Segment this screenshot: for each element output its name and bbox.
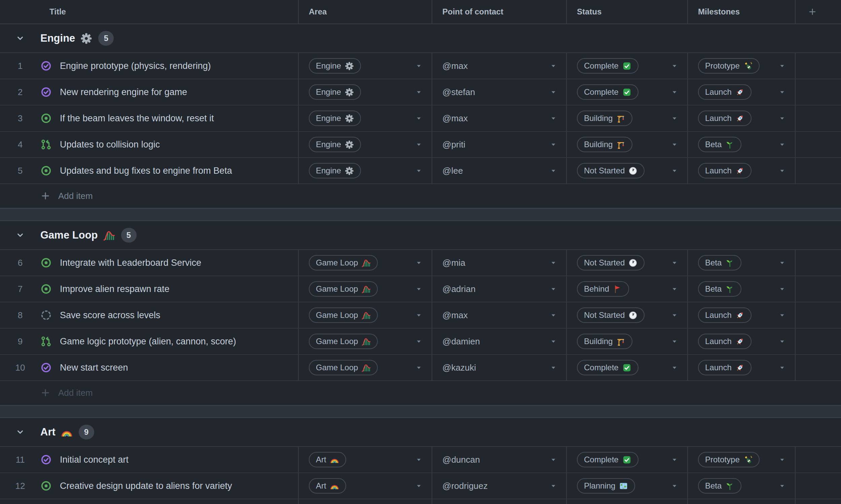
collapse-group-chevron-icon[interactable] — [15, 427, 25, 437]
cell-poc[interactable]: @kazuki — [432, 355, 566, 380]
column-header-status[interactable]: Status — [566, 0, 687, 23]
project-table-view: Title Area Point of contact Status Miles… — [0, 0, 841, 504]
collapse-group-chevron-icon[interactable] — [15, 230, 25, 240]
cell-area[interactable]: Game Loop — [298, 355, 432, 380]
table-header: Title Area Point of contact Status Miles… — [0, 0, 841, 24]
cell-add-column-spacer — [795, 132, 841, 157]
row-number: 10 — [0, 362, 40, 373]
add-item-button[interactable]: Add item — [0, 381, 841, 405]
cell-milestone[interactable]: Prototype — [687, 53, 795, 79]
cell-milestone[interactable]: Beta — [687, 473, 795, 499]
cell-poc[interactable]: @stefan — [432, 79, 566, 105]
table-row: 11Initial concept artArt@duncanCompleteP… — [0, 447, 841, 473]
cell-milestone[interactable]: Prototype — [687, 447, 795, 472]
cell-milestone[interactable]: Beta — [687, 250, 795, 275]
cell-poc[interactable]: @mia — [432, 250, 566, 275]
cell-status[interactable]: Building — [566, 499, 687, 504]
cell-poc[interactable]: @adrian — [432, 276, 566, 302]
cell-poc[interactable]: @max — [432, 53, 566, 79]
cell-status[interactable]: Building — [566, 329, 687, 354]
rocket-icon — [735, 166, 744, 175]
cell-poc[interactable]: @damien — [432, 329, 566, 354]
cell-milestone[interactable]: Launch — [687, 79, 795, 105]
cell-area[interactable]: Game Loop — [298, 302, 432, 328]
cell-status[interactable]: Building — [566, 132, 687, 157]
cell-area[interactable]: Game Loop — [298, 329, 432, 354]
caret-down-icon — [415, 141, 423, 148]
cell-title[interactable]: 3If the beam leaves the window, reset it — [0, 106, 298, 131]
item-title: Initial concept art — [60, 455, 128, 465]
cell-area[interactable]: Engine — [298, 158, 432, 183]
cell-milestone[interactable]: Launch — [687, 106, 795, 131]
cell-area[interactable]: Engine — [298, 79, 432, 105]
cell-milestone[interactable]: Beta — [687, 276, 795, 302]
cell-title[interactable]: 1Engine prototype (physics, rendering) — [0, 53, 298, 79]
column-header-poc[interactable]: Point of contact — [432, 0, 566, 23]
caret-down-icon — [415, 311, 423, 319]
cell-title[interactable]: 13Updates to alien, beam, bomb and canno… — [0, 499, 298, 504]
pull-request-icon — [40, 336, 52, 347]
cell-milestone[interactable]: Beta — [687, 132, 795, 157]
cell-status[interactable]: Complete — [566, 447, 687, 472]
add-item-button[interactable]: Add item — [0, 184, 841, 208]
cell-poc[interactable]: @sam — [432, 499, 566, 504]
cell-status[interactable]: Not Started — [566, 158, 687, 183]
cell-area[interactable]: Art — [298, 447, 432, 472]
cell-milestone[interactable]: Launch — [687, 158, 795, 183]
column-header-area[interactable]: Area — [298, 0, 432, 23]
cell-status[interactable]: Building — [566, 106, 687, 131]
add-column-button[interactable] — [795, 0, 841, 23]
cell-poc[interactable]: @rodriguez — [432, 473, 566, 499]
cell-poc[interactable]: @lee — [432, 158, 566, 183]
cell-area[interactable]: Engine — [298, 106, 432, 131]
cell-title[interactable]: 5Updates and bug fixes to engine from Be… — [0, 158, 298, 183]
area-pill: Game Loop — [309, 334, 378, 349]
cell-status[interactable]: Not Started — [566, 250, 687, 275]
issue-open-icon — [40, 112, 52, 124]
cell-title[interactable]: 8Save score across levels — [0, 302, 298, 328]
cell-status[interactable]: Complete — [566, 355, 687, 380]
column-header-title[interactable]: Title — [0, 0, 298, 23]
cell-status[interactable]: Complete — [566, 53, 687, 79]
cell-status[interactable]: Complete — [566, 79, 687, 105]
seedling-icon — [725, 285, 734, 294]
cell-add-column-spacer — [795, 106, 841, 131]
cell-area[interactable]: Engine — [298, 132, 432, 157]
cell-area[interactable]: Game Loop — [298, 276, 432, 302]
crane-icon — [616, 140, 625, 149]
collapse-group-chevron-icon[interactable] — [15, 33, 25, 43]
cell-poc[interactable]: @priti — [432, 132, 566, 157]
cell-area[interactable]: Art — [298, 473, 432, 499]
cell-title[interactable]: 9Game logic prototype (alien, cannon, sc… — [0, 329, 298, 354]
cell-title[interactable]: 6Integrate with Leaderboard Service — [0, 250, 298, 275]
cell-title[interactable]: 12Creative design update to aliens for v… — [0, 473, 298, 499]
cell-status[interactable]: Behind — [566, 276, 687, 302]
cell-title[interactable]: 11Initial concept art — [0, 447, 298, 472]
cell-milestone[interactable]: Launch — [687, 355, 795, 380]
cell-status[interactable]: Planning — [566, 473, 687, 499]
cell-poc[interactable]: @max — [432, 302, 566, 328]
cell-title[interactable]: 2New rendering engine for game — [0, 79, 298, 105]
area-pill: Engine — [309, 58, 361, 74]
cell-add-column-spacer — [795, 499, 841, 504]
cell-area[interactable]: Engine — [298, 53, 432, 79]
cell-milestone[interactable]: Launch — [687, 329, 795, 354]
column-header-poc-label: Point of contact — [442, 7, 503, 16]
column-header-area-label: Area — [309, 7, 327, 16]
cell-area[interactable]: Art — [298, 499, 432, 504]
milestone-pill: Launch — [698, 110, 752, 126]
cell-poc[interactable]: @max — [432, 106, 566, 131]
cell-milestone[interactable]: Beta — [687, 499, 795, 504]
item-title: If the beam leaves the window, reset it — [60, 113, 214, 124]
cell-milestone[interactable]: Launch — [687, 302, 795, 328]
cell-poc[interactable]: @duncan — [432, 447, 566, 472]
cell-title[interactable]: 10New start screen — [0, 355, 298, 380]
cell-title[interactable]: 4Updates to collision logic — [0, 132, 298, 157]
table-row: 8Save score across levelsGame Loop@maxNo… — [0, 302, 841, 329]
cell-title[interactable]: 7Improve alien respawn rate — [0, 276, 298, 302]
area-pill-label: Game Loop — [316, 258, 358, 268]
cell-area[interactable]: Game Loop — [298, 250, 432, 275]
caret-down-icon — [415, 167, 423, 175]
cell-status[interactable]: Not Started — [566, 302, 687, 328]
column-header-milestones[interactable]: Milestones — [687, 0, 795, 23]
